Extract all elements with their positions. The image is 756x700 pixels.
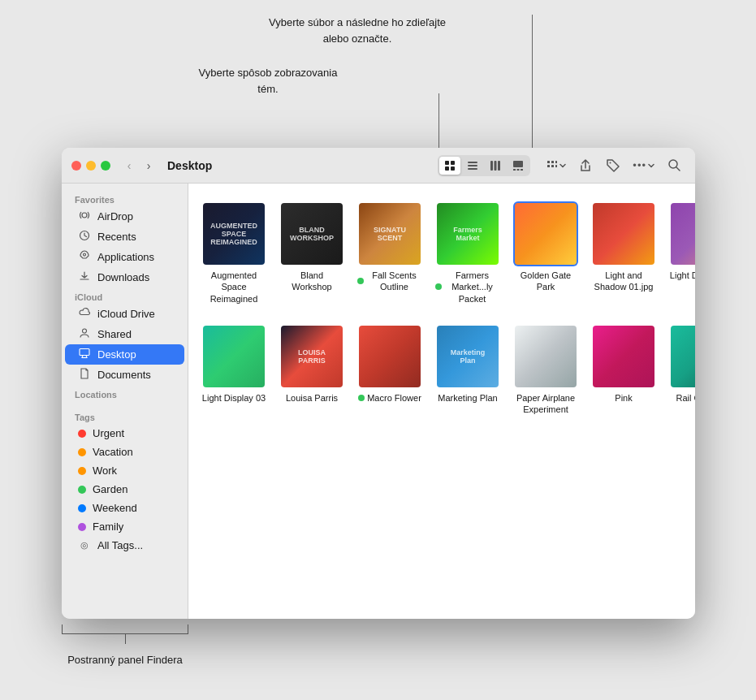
svg-point-23 bbox=[82, 213, 87, 218]
sidebar-item-work[interactable]: Work bbox=[65, 461, 184, 480]
svg-rect-5 bbox=[468, 165, 477, 166]
gallery-view-icon bbox=[512, 160, 524, 171]
svg-rect-9 bbox=[498, 161, 500, 171]
sidebar-item-weekend[interactable]: Weekend bbox=[65, 499, 184, 517]
file-item-louisa[interactable]: LOUISA PARRISLouisa Parris bbox=[276, 319, 348, 421]
file-name-farmers: Farmers Market...ly Packet bbox=[444, 270, 500, 305]
file-thumb-pink bbox=[593, 326, 654, 387]
sidebar-item-documents[interactable]: Documents bbox=[65, 365, 184, 385]
more-button[interactable]: ••• bbox=[629, 154, 658, 177]
finder-window: ‹ › Desktop bbox=[62, 148, 695, 619]
recents-icon bbox=[78, 230, 91, 244]
all-tags-label: All Tags... bbox=[97, 539, 143, 551]
search-button[interactable] bbox=[663, 154, 685, 177]
file-item-light-01[interactable]: Light Display 01 bbox=[666, 197, 695, 309]
view-columns-button[interactable] bbox=[485, 157, 506, 175]
maximize-button[interactable] bbox=[101, 161, 110, 171]
svg-rect-2 bbox=[445, 166, 449, 171]
sidebar-item-urgent[interactable]: Urgent bbox=[65, 424, 184, 443]
forward-button[interactable]: › bbox=[140, 157, 158, 175]
bottom-annotation-text: Postranný panel Findera bbox=[67, 654, 183, 666]
file-label-wrap-rail: Rail Chasers bbox=[676, 392, 695, 404]
file-tag-macro bbox=[358, 395, 365, 401]
file-thumb-fall: SIGNATU SCENT bbox=[359, 203, 421, 265]
close-button[interactable] bbox=[71, 161, 81, 171]
file-name-macro: Macro Flower bbox=[367, 392, 421, 404]
file-name-light-01: Light Display 01 bbox=[670, 270, 695, 281]
back-button[interactable]: ‹ bbox=[120, 157, 138, 175]
svg-rect-3 bbox=[451, 166, 455, 171]
sidebar-item-family[interactable]: Family bbox=[65, 517, 184, 536]
file-tag-farmers bbox=[435, 283, 442, 290]
bracket-line bbox=[125, 634, 126, 644]
file-item-bland[interactable]: BLAND WORKSHOPBland Workshop bbox=[276, 197, 348, 309]
sidebar: Favorites AirDrop bbox=[62, 184, 188, 619]
file-label-wrap-fall: Fall Scents Outline bbox=[357, 270, 422, 293]
file-thumb-light-01 bbox=[671, 203, 695, 265]
sidebar-item-vacation[interactable]: Vacation bbox=[65, 443, 184, 461]
file-name-light-03: Light Display 03 bbox=[202, 392, 266, 404]
sidebar-item-desktop[interactable]: Desktop bbox=[65, 344, 184, 365]
sidebar-item-garden[interactable]: Garden bbox=[65, 480, 184, 499]
file-label-wrap-golden: Golden Gate Park bbox=[513, 270, 578, 293]
sidebar-item-icloud-drive[interactable]: iCloud Drive bbox=[65, 304, 184, 324]
file-thumb-wrap-light-shadow bbox=[591, 201, 656, 266]
file-thumb-wrap-marketing: Marketing Plan bbox=[435, 324, 500, 389]
bottom-annotation-area: Postranný panel Findera bbox=[62, 624, 188, 666]
group-button[interactable] bbox=[543, 154, 569, 177]
airdrop-label: AirDrop bbox=[97, 210, 133, 223]
file-item-marketing[interactable]: Marketing PlanMarketing Plan bbox=[432, 319, 503, 421]
sidebar-item-recents[interactable]: Recents bbox=[65, 227, 184, 247]
file-label-wrap-light-01: Light Display 01 bbox=[670, 270, 695, 281]
download-icon bbox=[79, 270, 90, 282]
shared-label: Shared bbox=[97, 328, 132, 340]
recents-label: Recents bbox=[97, 231, 136, 243]
file-item-augmented[interactable]: AUGMENTED SPACE REIMAGINEDAugmented Spac… bbox=[198, 197, 270, 309]
annotation-top-middle: Vyberte spôsob zobrazovania tém. bbox=[195, 65, 341, 97]
rocket-icon bbox=[79, 250, 90, 261]
file-thumb-wrap-paper bbox=[513, 324, 578, 389]
svg-rect-12 bbox=[517, 169, 520, 171]
svg-rect-4 bbox=[468, 162, 477, 163]
file-tag-fall bbox=[357, 278, 364, 284]
file-item-farmers[interactable]: Farmers MarketFarmers Market...ly Packet bbox=[432, 197, 503, 309]
svg-rect-19 bbox=[555, 165, 557, 167]
tag-button[interactable] bbox=[602, 154, 624, 177]
view-switcher bbox=[438, 155, 530, 176]
file-item-macro[interactable]: Macro Flower bbox=[354, 319, 426, 421]
airdrop-icon bbox=[78, 210, 91, 223]
document-icon bbox=[79, 368, 90, 379]
file-thumb-wrap-louisa: LOUISA PARRIS bbox=[279, 324, 344, 389]
sidebar-item-airdrop[interactable]: AirDrop bbox=[65, 206, 184, 227]
sidebar-item-shared[interactable]: Shared bbox=[65, 324, 184, 344]
file-thumb-wrap-augmented: AUGMENTED SPACE REIMAGINED bbox=[201, 201, 266, 266]
work-tag-dot bbox=[78, 467, 86, 475]
file-item-fall[interactable]: SIGNATU SCENTFall Scents Outline bbox=[354, 197, 426, 309]
file-item-paper[interactable]: Paper Airplane Experiment bbox=[510, 319, 581, 421]
content-area: Favorites AirDrop bbox=[62, 184, 695, 619]
file-label-wrap-louisa: Louisa Parris bbox=[286, 392, 338, 404]
downloads-icon bbox=[78, 270, 91, 284]
file-label-wrap-marketing: Marketing Plan bbox=[438, 392, 497, 404]
sidebar-item-downloads[interactable]: Downloads bbox=[65, 267, 184, 287]
file-thumb-farmers: Farmers Market bbox=[437, 203, 499, 265]
sidebar-item-applications[interactable]: Applications bbox=[65, 247, 184, 267]
annotation-line-1 bbox=[532, 15, 533, 151]
file-item-light-shadow[interactable]: Light and Shadow 01.jpg bbox=[588, 197, 659, 309]
file-item-pink[interactable]: Pink bbox=[588, 319, 659, 421]
file-label-wrap-paper: Paper Airplane Experiment bbox=[513, 392, 578, 416]
view-list-button[interactable] bbox=[462, 157, 483, 175]
vacation-tag-dot bbox=[78, 448, 86, 456]
toolbar-actions: ••• bbox=[543, 154, 685, 177]
svg-rect-10 bbox=[513, 161, 523, 167]
view-icon-button[interactable] bbox=[439, 157, 460, 175]
view-gallery-button[interactable] bbox=[508, 157, 529, 175]
file-item-light-03[interactable]: Light Display 03 bbox=[198, 319, 270, 421]
work-label: Work bbox=[93, 465, 117, 477]
minimize-button[interactable] bbox=[86, 161, 96, 171]
sidebar-item-all-tags[interactable]: ◎ All Tags... bbox=[65, 536, 184, 555]
file-item-rail[interactable]: Rail Chasers bbox=[666, 319, 695, 421]
file-item-golden[interactable]: Golden Gate Park bbox=[510, 197, 581, 309]
share-button[interactable] bbox=[574, 154, 597, 177]
file-thumb-wrap-pink bbox=[591, 324, 656, 389]
